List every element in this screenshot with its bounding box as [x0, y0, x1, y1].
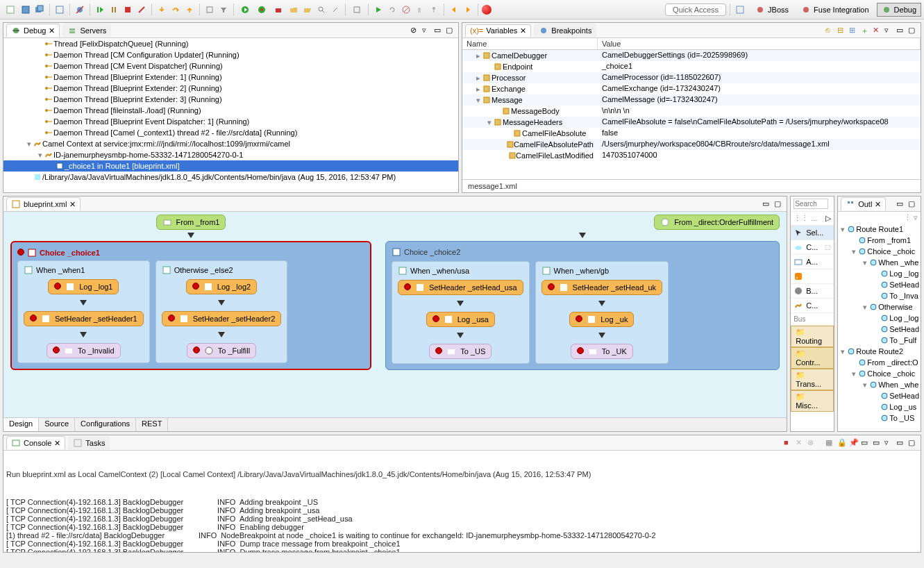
outline-row[interactable]: SetHead	[838, 390, 921, 401]
collapse-icon[interactable]: ⊟	[837, 26, 847, 35]
node-setheader2[interactable]: SetHeader _setHeader2	[162, 311, 282, 326]
node-sethead-usa[interactable]: SetHeader _setHead_usa	[398, 280, 523, 295]
tab-console[interactable]: Console ✕	[6, 436, 65, 449]
expand-icon[interactable]	[349, 3, 364, 16]
play-icon[interactable]	[372, 3, 385, 16]
external-tools-button[interactable]	[271, 3, 286, 16]
node-from1[interactable]: From _from1	[156, 215, 226, 230]
console-output[interactable]: Run blueprint.xml as Local CamelContext …	[3, 451, 921, 552]
debug-row[interactable]: Daemon Thread [Blueprint Event Dispatche…	[3, 116, 458, 127]
variable-row[interactable]: Endpoint_choice1	[462, 61, 921, 72]
debug-row[interactable]: Thread [FelixDispatchQueue] (Running)	[3, 38, 458, 49]
delete-icon[interactable]: ✕	[873, 26, 882, 35]
tab-tasks[interactable]: Tasks	[68, 436, 110, 449]
clear-icon[interactable]: ▦	[825, 438, 835, 448]
skip-breakpoints-icon[interactable]	[74, 3, 86, 16]
view-menu-icon[interactable]: ▿	[884, 438, 894, 448]
perspective-button[interactable]	[53, 3, 66, 16]
editor-tab-design[interactable]: Design	[3, 418, 39, 431]
stop-icon[interactable]: ■	[784, 438, 793, 448]
outline-row[interactable]: To _Inva	[838, 290, 921, 301]
outline-row[interactable]: ▾When _whe	[838, 257, 921, 268]
folder-icon[interactable]	[287, 3, 300, 16]
node-from-direct[interactable]: From _direct:OrderFulfillment	[654, 215, 780, 230]
save-all-button[interactable]	[33, 3, 46, 16]
resume-button[interactable]	[94, 3, 106, 16]
step-return-button[interactable]	[183, 3, 196, 16]
suspend-button[interactable]	[108, 3, 120, 16]
open-icon[interactable]	[301, 3, 314, 16]
debug-row[interactable]: Daemon Thread [Blueprint Extender: 2] (R…	[3, 83, 458, 94]
debug-row[interactable]: Daemon Thread [fileinstall-./load] (Runn…	[3, 105, 458, 116]
col-value-header[interactable]: Value	[598, 38, 921, 49]
minimize-icon[interactable]: ▭	[896, 199, 906, 209]
perspective-debug[interactable]: Debug	[877, 3, 921, 17]
drawer-transform[interactable]: 📁 Trans...	[791, 369, 834, 390]
node-when-usa[interactable]: When _when/usa SetHeader _setHead_usa Lo…	[392, 261, 530, 364]
palette-select[interactable]: Sel...	[791, 226, 834, 240]
outline-row[interactable]: ▾When _whe	[838, 379, 921, 390]
editor-canvas[interactable]: From _from1 Choice _choice1 When _when1 …	[3, 212, 787, 417]
debug-row[interactable]: Daemon Thread [CM Configuration Updater]…	[3, 49, 458, 60]
debug-row[interactable]: _choice1 in Route1 [blueprint.xml]	[3, 160, 458, 172]
forward-button[interactable]	[462, 3, 474, 16]
node-log-uk[interactable]: Log _uk	[569, 312, 634, 327]
terminate-button[interactable]	[121, 3, 134, 16]
display-selected-icon[interactable]: ▭	[861, 438, 871, 448]
save-button[interactable]	[19, 3, 32, 16]
disconnect-button[interactable]	[135, 3, 148, 16]
debug-row[interactable]: Daemon Thread [Blueprint Extender: 1] (R…	[3, 72, 458, 83]
variable-row[interactable]: ▾ MessageCamelMessage (id=-1732430247)	[462, 94, 921, 106]
search-icon[interactable]	[315, 3, 328, 16]
variable-row[interactable]: ▾ MessageHeadersCamelFileAbsolute = fals…	[462, 117, 921, 128]
add-icon[interactable]: ＋	[861, 26, 871, 35]
minimize-icon[interactable]: ▭	[896, 26, 906, 35]
variable-row[interactable]: ▸ ExchangeCamelExchange (id=-1732430247)	[462, 83, 921, 94]
refresh-icon[interactable]	[386, 3, 398, 16]
debug-tree[interactable]: Thread [FelixDispatchQueue] (Running)Dae…	[3, 38, 458, 192]
palette-item-rss[interactable]	[791, 269, 834, 284]
maximize-icon[interactable]: ▢	[908, 26, 918, 35]
node-setheader1[interactable]: SetHeader _setHeader1	[24, 311, 144, 326]
drop-frame-button[interactable]	[203, 3, 216, 16]
perspective-fuse-integration[interactable]: Fuse Integration	[796, 3, 874, 17]
outline-tree[interactable]: ▾Route Route1From _from1▾Choice _choic▾W…	[838, 224, 921, 431]
hand-icon[interactable]	[414, 3, 426, 16]
cancel-icon[interactable]	[400, 3, 412, 16]
node-choice2[interactable]: Choice _choice2 When _when/usa SetHeader…	[385, 241, 780, 370]
debug-button[interactable]	[254, 3, 269, 16]
maximize-icon[interactable]: ▢	[908, 438, 918, 448]
step-over-button[interactable]	[169, 3, 182, 16]
perspective-jboss[interactable]: JBoss	[750, 3, 793, 17]
quick-access-field[interactable]: Quick Access	[665, 3, 726, 16]
palette-item-c[interactable]: C... ⬚	[791, 240, 834, 255]
col-name-header[interactable]: Name	[462, 38, 598, 49]
run-button[interactable]	[237, 3, 253, 16]
palette-menu[interactable]: ⋮⋮ ... ▷	[791, 212, 834, 226]
node-choice1[interactable]: Choice _choice1 When _when1 Log _log1 Se…	[10, 241, 371, 370]
filter-button[interactable]	[217, 3, 230, 16]
outline-row[interactable]: ▾Otherwise	[838, 301, 921, 312]
outline-row[interactable]: Log _log	[838, 312, 921, 324]
outline-row[interactable]: ▾Route Route2	[838, 346, 921, 357]
outline-row[interactable]: ▾Choice _choic	[838, 246, 921, 257]
maximize-icon[interactable]: ▢	[446, 26, 455, 35]
node-log2[interactable]: Log _log2	[186, 279, 257, 294]
back-button[interactable]	[448, 3, 460, 16]
minimize-icon[interactable]: ▭	[896, 438, 906, 448]
outline-row[interactable]: SetHead	[838, 324, 921, 335]
tab-variables[interactable]: (x)= Variables ✕	[465, 24, 531, 37]
step-into-button[interactable]	[156, 3, 168, 16]
new-button[interactable]	[3, 3, 18, 16]
tab-servers[interactable]: Servers	[62, 24, 111, 37]
remove-terminated-icon[interactable]: ⊘	[410, 26, 420, 35]
open-console-icon[interactable]: ▭	[873, 438, 882, 448]
outline-row[interactable]: To _Fulf	[838, 335, 921, 346]
outline-row[interactable]: ▾Choice _choic	[838, 368, 921, 379]
variable-row[interactable]: CamelFileLastModified1470351074000	[462, 150, 921, 161]
tab-outline[interactable]: Outl ✕	[841, 197, 886, 210]
debug-row[interactable]: Daemon Thread [CM Event Dispatcher] (Run…	[3, 60, 458, 72]
view-menu-icon[interactable]: ▿	[884, 26, 894, 35]
pin-console-icon[interactable]: 📌	[849, 438, 859, 448]
minimize-icon[interactable]: ▭	[434, 26, 444, 35]
